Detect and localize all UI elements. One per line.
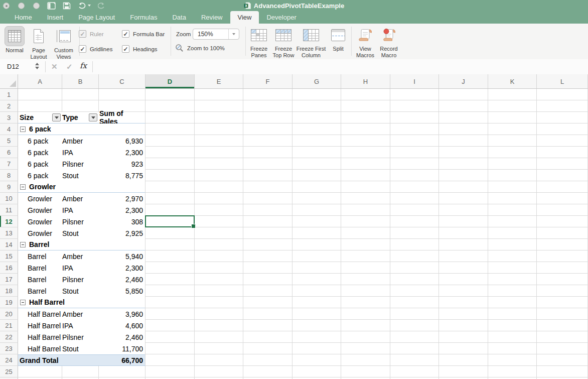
- cell-B25[interactable]: [62, 366, 99, 377]
- row-header-22[interactable]: 22: [0, 331, 18, 343]
- pivot-row-12[interactable]: GrowlerPilsner308: [18, 216, 145, 227]
- cell-H15[interactable]: [341, 250, 390, 262]
- cell-E11[interactable]: [195, 204, 243, 216]
- tab-view[interactable]: View: [230, 11, 259, 24]
- cell-D7[interactable]: [145, 158, 195, 170]
- page-layout-view-button[interactable]: Page Layout: [27, 26, 50, 60]
- cell-J20[interactable]: [439, 308, 488, 320]
- tab-insert[interactable]: Insert: [40, 11, 71, 24]
- cell-K8[interactable]: [488, 170, 537, 181]
- cell-K16[interactable]: [488, 262, 537, 274]
- tab-review[interactable]: Review: [194, 11, 230, 24]
- cell-G9[interactable]: [292, 181, 341, 193]
- cell-H4[interactable]: [341, 123, 390, 135]
- select-all-corner[interactable]: [0, 74, 18, 88]
- cell-E21[interactable]: [195, 320, 243, 331]
- cell-K2[interactable]: [488, 100, 537, 112]
- cell-E13[interactable]: [195, 227, 243, 239]
- cell-K10[interactable]: [488, 193, 537, 204]
- cell-H24[interactable]: [341, 354, 390, 366]
- cell-D23[interactable]: [145, 343, 195, 354]
- type-filter-button[interactable]: [89, 113, 97, 121]
- pivot-row-18[interactable]: BarrelStout5,850: [18, 285, 145, 297]
- pivot-row-22[interactable]: Half BarrelPilsner2,460: [18, 331, 145, 343]
- cell-L1[interactable]: [537, 89, 588, 100]
- column-header-K[interactable]: K: [488, 74, 537, 88]
- cell-L5[interactable]: [537, 135, 588, 147]
- cell-H20[interactable]: [341, 308, 390, 320]
- cell-F11[interactable]: [243, 204, 292, 216]
- cell-F17[interactable]: [243, 274, 292, 285]
- pivot-row-11[interactable]: GrowlerIPA2,300: [18, 204, 145, 216]
- cell-I9[interactable]: [390, 181, 439, 193]
- cell-H10[interactable]: [341, 193, 390, 204]
- cell-L15[interactable]: [537, 250, 588, 262]
- cell-G6[interactable]: [292, 147, 341, 158]
- tab-page-layout[interactable]: Page Layout: [71, 11, 122, 24]
- stepper-up-icon[interactable]: [35, 63, 39, 65]
- cell-I23[interactable]: [390, 343, 439, 354]
- cell-J16[interactable]: [439, 262, 488, 274]
- cell-K24[interactable]: [488, 354, 537, 366]
- cell-F12[interactable]: [243, 216, 292, 227]
- row-header-19[interactable]: 19: [0, 297, 18, 308]
- confirm-entry-icon[interactable]: ✓: [66, 62, 73, 71]
- cell-J14[interactable]: [439, 239, 488, 250]
- cell-B1[interactable]: [62, 89, 99, 100]
- row-header-12[interactable]: 12: [0, 216, 18, 227]
- cell-K11[interactable]: [488, 204, 537, 216]
- cell-J8[interactable]: [439, 170, 488, 181]
- row-header-17[interactable]: 17: [0, 274, 18, 285]
- cell-K6[interactable]: [488, 147, 537, 158]
- cell-E7[interactable]: [195, 158, 243, 170]
- cell-E6[interactable]: [195, 147, 243, 158]
- cell-E19[interactable]: [195, 297, 243, 308]
- cell-H3[interactable]: [341, 112, 390, 123]
- row-header-24[interactable]: 24: [0, 354, 18, 366]
- cell-J22[interactable]: [439, 331, 488, 343]
- column-header-H[interactable]: H: [341, 74, 390, 88]
- cell-L21[interactable]: [537, 320, 588, 331]
- cell-D14[interactable]: [145, 239, 195, 250]
- pivot-row-6[interactable]: 6 packIPA2,300: [18, 147, 145, 158]
- cell-E2[interactable]: [195, 100, 243, 112]
- cell-L20[interactable]: [537, 308, 588, 320]
- cell-J17[interactable]: [439, 274, 488, 285]
- cell-F9[interactable]: [243, 181, 292, 193]
- row-header-2[interactable]: 2: [0, 100, 18, 112]
- cell-I18[interactable]: [390, 285, 439, 297]
- cell-K23[interactable]: [488, 343, 537, 354]
- cell-F10[interactable]: [243, 193, 292, 204]
- cell-I6[interactable]: [390, 147, 439, 158]
- cell-J3[interactable]: [439, 112, 488, 123]
- cell-G12[interactable]: [292, 216, 341, 227]
- cell-D18[interactable]: [145, 285, 195, 297]
- row-header-6[interactable]: 6: [0, 147, 18, 158]
- cell-F1[interactable]: [243, 89, 292, 100]
- gridlines-checkmark-icon[interactable]: ✓: [79, 45, 86, 53]
- formula-bar-checkbox[interactable]: ✓ Formula Bar: [122, 30, 165, 38]
- cell-J25[interactable]: [439, 366, 488, 377]
- cell-K20[interactable]: [488, 308, 537, 320]
- cell-J11[interactable]: [439, 204, 488, 216]
- cell-G1[interactable]: [292, 89, 341, 100]
- cell-D9[interactable]: [145, 181, 195, 193]
- headings-checkbox[interactable]: ✓ Headings: [122, 45, 158, 53]
- collapse-group-button[interactable]: [20, 184, 26, 190]
- cell-L3[interactable]: [537, 112, 588, 123]
- cell-F15[interactable]: [243, 250, 292, 262]
- cancel-entry-icon[interactable]: ✕: [51, 62, 58, 71]
- cell-K12[interactable]: [488, 216, 537, 227]
- cell-D25[interactable]: [145, 366, 195, 377]
- pivot-row-3[interactable]: SizeTypeSum of Sales: [18, 112, 145, 123]
- cell-G5[interactable]: [292, 135, 341, 147]
- cell-G3[interactable]: [292, 112, 341, 123]
- row-header-3[interactable]: 3: [0, 112, 18, 123]
- cell-F3[interactable]: [243, 112, 292, 123]
- cell-I4[interactable]: [390, 123, 439, 135]
- cell-L8[interactable]: [537, 170, 588, 181]
- cell-E16[interactable]: [195, 262, 243, 274]
- pivot-row-14[interactable]: Barrel: [18, 239, 145, 250]
- cell-G10[interactable]: [292, 193, 341, 204]
- cell-J9[interactable]: [439, 181, 488, 193]
